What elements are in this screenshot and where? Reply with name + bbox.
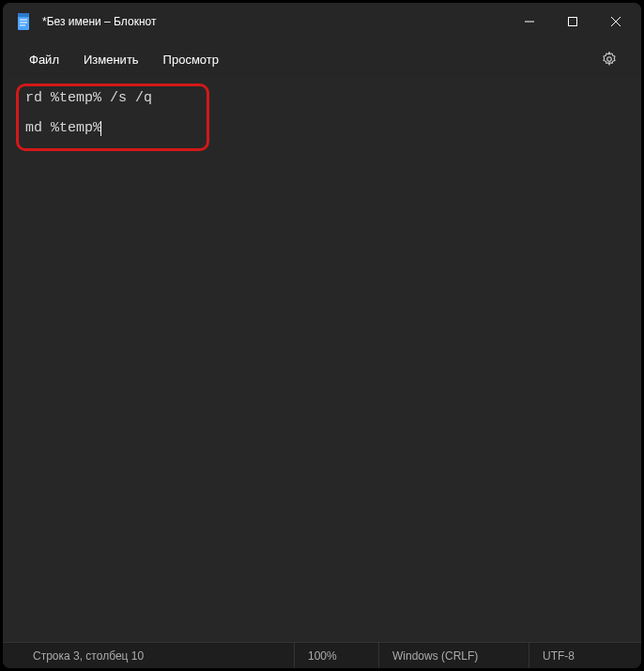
titlebar: *Без имени – Блокнот — [3, 3, 641, 40]
status-lineending: Windows (CRLF) — [378, 643, 529, 668]
text-editor[interactable]: rd %temp% /s /q md %temp% — [3, 87, 641, 140]
status-position: Строка 3, столбец 10 — [3, 643, 294, 668]
svg-rect-1 — [18, 13, 29, 17]
svg-rect-6 — [569, 18, 577, 26]
status-zoom: 100% — [294, 643, 378, 668]
minimize-button[interactable] — [508, 7, 551, 37]
menu-view[interactable]: Просмотр — [154, 47, 228, 72]
settings-button[interactable] — [594, 44, 624, 74]
editor-line-1: rd %temp% /s /q — [25, 90, 152, 106]
notepad-window: *Без имени – Блокнот Файл Изменить Просм… — [3, 3, 641, 668]
maximize-button[interactable] — [551, 7, 594, 37]
title-left: *Без имени – Блокнот — [16, 12, 508, 31]
editor-area[interactable]: rd %temp% /s /q md %temp% — [3, 78, 641, 642]
window-controls — [508, 7, 637, 37]
svg-point-9 — [607, 57, 612, 62]
menu-file[interactable]: Файл — [20, 47, 69, 72]
menu-left: Файл Изменить Просмотр — [20, 47, 592, 72]
status-encoding: UTF-8 — [529, 643, 641, 668]
notepad-icon — [16, 12, 31, 31]
close-button[interactable] — [594, 7, 637, 37]
window-title: *Без имени – Блокнот — [42, 15, 156, 28]
statusbar: Строка 3, столбец 10 100% Windows (CRLF)… — [3, 642, 641, 668]
text-cursor — [100, 121, 101, 136]
editor-line-2: md %temp% — [25, 120, 101, 136]
menu-edit[interactable]: Изменить — [74, 47, 148, 72]
menubar: Файл Изменить Просмотр — [3, 40, 641, 78]
